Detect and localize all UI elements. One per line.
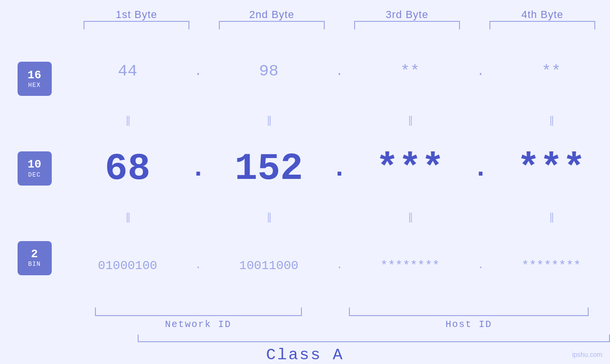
dec-badge: 10 DEC <box>18 151 52 186</box>
host-id-label: Host ID <box>328 319 610 330</box>
bracket-top-3 <box>354 21 460 29</box>
bracket-cell-2 <box>204 21 339 29</box>
dec-badge-label: DEC <box>28 171 40 178</box>
hex-badge: 16 HEX <box>18 62 52 96</box>
hex-val-2: 98 <box>210 62 328 80</box>
eq2-2: || <box>210 211 328 223</box>
dec-sep-3: . <box>469 154 493 184</box>
bin-sep-2: . <box>328 260 351 271</box>
bin-sep-3: . <box>469 260 493 271</box>
hex-sep-3: . <box>469 64 493 79</box>
hex-val-1: 44 <box>69 62 187 80</box>
host-bracket-bottom <box>349 308 589 316</box>
bin-val-3: ******** <box>351 259 469 273</box>
hex-row: 44 . 98 . ** . ** <box>69 29 610 113</box>
watermark: ipshu.com <box>572 351 602 358</box>
bin-row: 01000100 . 10011000 . ******** . *******… <box>69 224 610 308</box>
hex-val-4: ** <box>493 62 610 80</box>
eq2-3: || <box>351 211 469 223</box>
hex-sep-1: . <box>187 64 210 79</box>
eq1-3: || <box>351 114 469 126</box>
dec-val-2: 152 <box>210 147 328 190</box>
bin-val-2: 10011000 <box>210 259 328 273</box>
eq2-1: || <box>69 211 187 223</box>
eq1-1: || <box>69 114 187 126</box>
equals-row-2: || || || || <box>69 210 610 224</box>
class-label-row: Class A <box>0 346 610 364</box>
dec-sep-1: . <box>187 154 210 184</box>
eq1-4: || <box>493 114 610 126</box>
bin-sep-1: . <box>187 260 210 271</box>
dec-row: 68 . 152 . *** . *** <box>69 127 610 211</box>
outer-bracket <box>138 335 610 342</box>
data-grid: 44 . 98 . ** . ** || || <box>69 29 610 308</box>
bracket-cell-3 <box>339 21 475 29</box>
host-bracket-wrap <box>328 308 610 316</box>
bin-badge-label: BIN <box>28 261 40 268</box>
dec-badge-number: 10 <box>28 159 41 171</box>
dec-sep-2: . <box>328 154 351 184</box>
class-a-label: Class A <box>266 346 344 364</box>
bin-val-1: 01000100 <box>69 259 187 273</box>
bracket-top-1 <box>84 21 189 29</box>
hex-sep-2: . <box>328 64 351 79</box>
content-area: 16 HEX 10 DEC 2 BIN 44 . 98 <box>0 29 610 308</box>
bin-val-4: ******** <box>493 259 610 273</box>
bottom-brackets <box>69 308 610 316</box>
byte-label-1: 1st Byte <box>69 9 204 21</box>
hex-badge-label: HEX <box>28 82 40 89</box>
dec-val-1: 68 <box>69 147 187 190</box>
network-bracket-bottom <box>95 308 302 316</box>
badges-column: 16 HEX 10 DEC 2 BIN <box>0 29 69 308</box>
byte-label-2: 2nd Byte <box>204 9 339 21</box>
network-host-label-row: Network ID Host ID <box>69 319 610 330</box>
dec-val-4: *** <box>493 147 610 190</box>
byte-label-3: 3rd Byte <box>339 9 475 21</box>
top-brackets-row <box>0 21 610 29</box>
bin-badge-number: 2 <box>31 248 38 261</box>
main-container: 1st Byte 2nd Byte 3rd Byte 4th Byte 16 H… <box>0 0 610 364</box>
outer-bracket-row <box>69 335 610 342</box>
bracket-cell-4 <box>475 21 610 29</box>
dec-val-3: *** <box>351 147 469 190</box>
eq1-2: || <box>210 114 328 126</box>
eq2-4: || <box>493 211 610 223</box>
byte-labels-row: 1st Byte 2nd Byte 3rd Byte 4th Byte <box>0 0 610 21</box>
equals-row-1: || || || || <box>69 113 610 127</box>
network-id-label: Network ID <box>69 319 328 330</box>
byte-label-4: 4th Byte <box>475 9 610 21</box>
hex-val-3: ** <box>351 62 469 80</box>
network-bracket-wrap <box>69 308 328 316</box>
bracket-cell-1 <box>69 21 204 29</box>
bin-badge: 2 BIN <box>18 241 52 275</box>
bracket-top-4 <box>489 21 595 29</box>
hex-badge-number: 16 <box>28 69 41 82</box>
bracket-top-2 <box>219 21 324 29</box>
bottom-section: Network ID Host ID <box>0 308 610 342</box>
